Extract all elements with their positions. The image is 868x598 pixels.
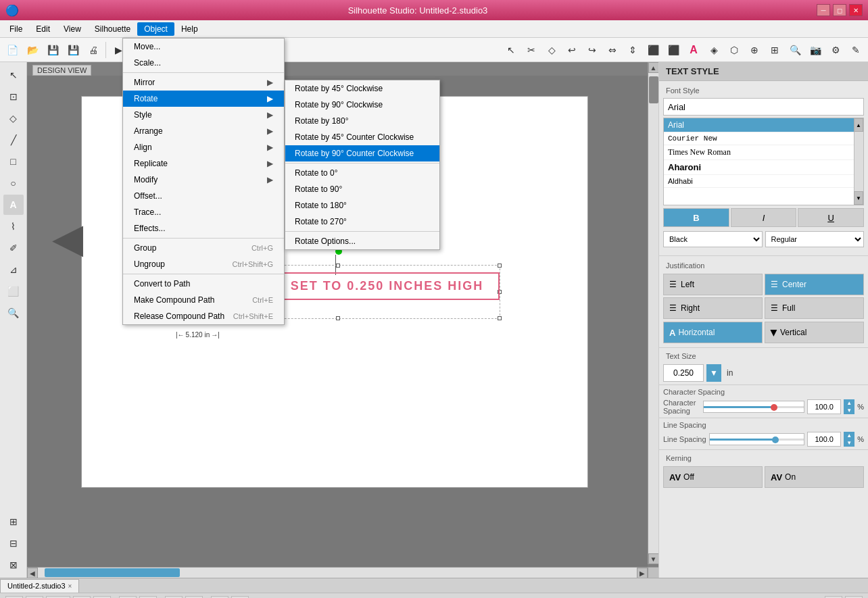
sb-settings[interactable]: ⚙ bbox=[825, 596, 842, 599]
rotate-to-90[interactable]: Rotate to 90° bbox=[285, 181, 439, 197]
tool-text[interactable]: A bbox=[3, 195, 24, 215]
menu-effects[interactable]: Effects... bbox=[123, 220, 284, 236]
print-button[interactable]: 🖨 bbox=[84, 41, 103, 59]
menu-align[interactable]: Align▶ bbox=[123, 139, 284, 155]
align-left[interactable]: ⬛ bbox=[644, 41, 662, 59]
char-spacing-input[interactable] bbox=[807, 399, 841, 414]
tool-pen[interactable]: ✐ bbox=[3, 238, 24, 258]
cut-tool[interactable]: ✂ bbox=[522, 41, 541, 59]
tool-ellipse[interactable]: ○ bbox=[3, 173, 24, 193]
bold-button[interactable]: B bbox=[663, 208, 729, 227]
rotate-180[interactable]: Rotate by 180° bbox=[285, 113, 439, 129]
char-spacing-up[interactable]: ▲ bbox=[844, 399, 854, 407]
menu-mirror[interactable]: Mirror▶ bbox=[123, 74, 284, 91]
flip-h[interactable]: ⇔ bbox=[603, 41, 622, 59]
sb-btn-3[interactable]: ⊞⊟ bbox=[46, 596, 70, 599]
camera-btn[interactable]: 📷 bbox=[806, 41, 825, 59]
menu-offset[interactable]: Offset... bbox=[123, 188, 284, 204]
tool-paint[interactable]: ⊿ bbox=[3, 259, 24, 280]
char-spacing-down[interactable]: ▼ bbox=[844, 407, 854, 414]
menu-make-compound[interactable]: Make Compound PathCtrl+E bbox=[123, 292, 284, 308]
panel-2[interactable]: ⊟ bbox=[3, 533, 24, 553]
canvas-vscroll[interactable]: ▲ ▼ bbox=[648, 62, 658, 564]
stroke-btn[interactable]: ⬡ bbox=[725, 41, 744, 59]
text-style-btn[interactable]: A bbox=[684, 41, 703, 59]
kerning-off-button[interactable]: AV Off bbox=[663, 466, 763, 488]
kerning-on-button[interactable]: AV On bbox=[765, 466, 864, 488]
just-full-button[interactable]: ☰ Full bbox=[765, 297, 864, 319]
char-spacing-slider[interactable] bbox=[703, 401, 804, 413]
font-item-times[interactable]: Times New Roman bbox=[664, 145, 863, 160]
tab-close-button[interactable]: × bbox=[68, 582, 72, 590]
menu-edit[interactable]: Edit bbox=[29, 22, 57, 36]
hscroll-left[interactable]: ◀ bbox=[27, 568, 38, 578]
font-item-courier[interactable]: Courier New bbox=[664, 132, 863, 145]
sb-btn-6[interactable]: ⊞ bbox=[119, 596, 137, 599]
font-list[interactable]: Arial Courier New Times New Roman Aharon… bbox=[663, 118, 864, 205]
open-button[interactable]: 📂 bbox=[23, 41, 42, 59]
line-spacing-slider[interactable] bbox=[709, 433, 805, 445]
menu-ungroup[interactable]: UngroupCtrl+Shift+G bbox=[123, 256, 284, 272]
rotate-90ccw[interactable]: Rotate by 90° Counter Clockwise bbox=[285, 145, 439, 161]
dir-horizontal-button[interactable]: A Horizontal bbox=[663, 322, 763, 343]
font-item-aharoni[interactable]: Aharoni bbox=[664, 160, 863, 175]
sb-btn-5[interactable]: ✕ bbox=[93, 596, 111, 599]
menu-modify[interactable]: Modify▶ bbox=[123, 172, 284, 188]
font-item-arial[interactable]: Arial bbox=[664, 118, 863, 132]
fill-btn[interactable]: ◈ bbox=[704, 41, 723, 59]
align-right[interactable]: ⬛ bbox=[664, 41, 683, 59]
node-tool[interactable]: ◇ bbox=[542, 41, 561, 59]
settings-btn[interactable]: ⚙ bbox=[826, 41, 845, 59]
panel-1[interactable]: ⊞ bbox=[3, 512, 24, 532]
handle-bc[interactable] bbox=[336, 316, 340, 320]
menu-rotate[interactable]: Rotate▶ bbox=[123, 91, 284, 107]
tool-select[interactable]: ⊡ bbox=[3, 86, 24, 107]
tool-polyline[interactable]: ⌇ bbox=[3, 216, 24, 236]
rotate-90cw[interactable]: Rotate by 90° Clockwise bbox=[285, 97, 439, 113]
font-name-input[interactable] bbox=[663, 98, 864, 116]
handle-br[interactable] bbox=[498, 316, 502, 320]
rotate-to-180[interactable]: Rotate to 180° bbox=[285, 197, 439, 214]
just-left-button[interactable]: ☰ Left bbox=[663, 274, 763, 295]
menu-file[interactable]: File bbox=[3, 22, 29, 36]
save-button[interactable]: 💾 bbox=[43, 41, 62, 59]
menu-move[interactable]: Move... bbox=[123, 39, 284, 55]
minimize-button[interactable]: ─ bbox=[817, 4, 830, 16]
tool-zoom[interactable]: 🔍 bbox=[3, 303, 24, 323]
rotate-45cw[interactable]: Rotate by 45° Clockwise bbox=[285, 80, 439, 97]
italic-button[interactable]: I bbox=[731, 208, 797, 227]
menu-group[interactable]: GroupCtrl+G bbox=[123, 240, 284, 256]
tool-pointer[interactable]: ↖ bbox=[3, 65, 24, 85]
line-spacing-up[interactable]: ▲ bbox=[844, 432, 854, 439]
zoom-btn[interactable]: 🔍 bbox=[786, 41, 804, 59]
rotate-45ccw[interactable]: Rotate by 45° Counter Clockwise bbox=[285, 129, 439, 145]
new-button[interactable]: 📄 bbox=[3, 41, 22, 59]
menu-style[interactable]: Style▶ bbox=[123, 107, 284, 123]
menu-view[interactable]: View bbox=[57, 22, 88, 36]
select-tool[interactable]: ↖ bbox=[502, 41, 521, 59]
hscroll-right[interactable]: ▶ bbox=[637, 568, 648, 578]
dir-vertical-button[interactable]: ▶ Vertical bbox=[765, 322, 864, 343]
sb-btn-10[interactable]: ⟳ bbox=[211, 596, 228, 599]
close-button[interactable]: ✕ bbox=[849, 4, 863, 16]
handle-tc[interactable] bbox=[336, 264, 340, 268]
just-center-button[interactable]: ☰ Center bbox=[765, 274, 864, 295]
sb-btn-7[interactable]: ⊟ bbox=[139, 596, 157, 599]
redo-tool[interactable]: ↪ bbox=[583, 41, 602, 59]
vscroll-down[interactable]: ▼ bbox=[648, 553, 659, 564]
sb-btn-9[interactable]: ⊟ bbox=[185, 596, 203, 599]
panel-3[interactable]: ⊠ bbox=[3, 555, 24, 575]
save-as-button[interactable]: 💾 bbox=[64, 41, 82, 59]
menu-arrange[interactable]: Arrange▶ bbox=[123, 123, 284, 139]
sb-btn-4[interactable]: ⊠ bbox=[73, 596, 91, 599]
menu-trace[interactable]: Trace... bbox=[123, 204, 284, 220]
line-spacing-stepper[interactable]: ▲ ▼ bbox=[844, 432, 854, 447]
tool-eraser[interactable]: ⬜ bbox=[3, 281, 24, 301]
menu-silhouette[interactable]: Silhouette bbox=[88, 22, 137, 36]
menu-object[interactable]: Object bbox=[137, 22, 174, 36]
snap-btn[interactable]: ⊕ bbox=[745, 41, 764, 59]
handle-tr[interactable] bbox=[498, 264, 502, 268]
sb-refresh[interactable]: ↻ bbox=[845, 596, 863, 599]
vscroll-up[interactable]: ▲ bbox=[648, 62, 659, 73]
tool-line[interactable]: ╱ bbox=[3, 130, 24, 150]
